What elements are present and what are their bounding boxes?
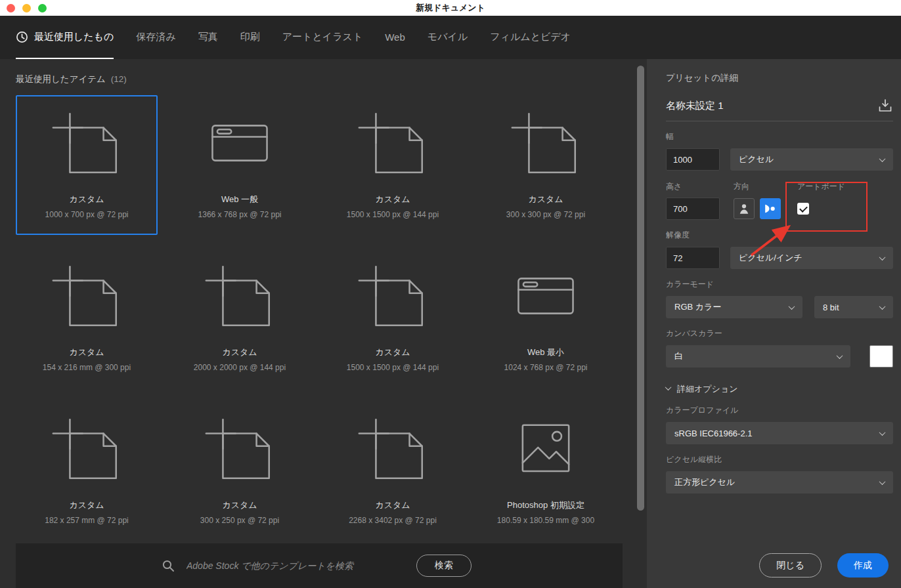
preset-name: カスタム [375, 346, 410, 358]
advanced-options-label: 詳細オプション [677, 383, 738, 395]
search-input[interactable] [185, 560, 416, 572]
preset-name: カスタム [222, 346, 257, 358]
artboard-label: アートボード [797, 181, 893, 192]
presets-area: 最近使用したアイテム (12) カスタム 1000 x 700 px @ 72 … [0, 59, 647, 588]
preset-thumbnail [476, 96, 615, 190]
orientation-portrait-button[interactable] [734, 198, 755, 219]
document-icon [356, 111, 429, 175]
height-input[interactable] [666, 198, 720, 220]
pixel-aspect-dropdown[interactable]: 正方形ピクセル [666, 471, 893, 494]
tab-label: 保存済み [136, 31, 175, 43]
tab-label: 写真 [198, 31, 218, 43]
preset-thumbnail [476, 402, 615, 495]
traffic-lights [7, 0, 47, 16]
color-profile-value: sRGB IEC61966-2.1 [674, 429, 753, 438]
tab-label: 最近使用したもの [34, 31, 114, 43]
tab-保存済み[interactable]: 保存済み [136, 16, 175, 59]
tab-印刷[interactable]: 印刷 [240, 16, 260, 59]
color-profile-dropdown[interactable]: sRGB IEC61966-2.1 [666, 422, 893, 444]
tab-label: アートとイラスト [282, 31, 363, 43]
height-label: 高さ [666, 181, 720, 192]
tab-アートとイラスト[interactable]: アートとイラスト [282, 16, 363, 59]
chevron-down-icon [879, 429, 886, 436]
preset-card[interactable]: カスタム 1000 x 700 px @ 72 ppi [16, 95, 158, 235]
preset-dims: 1500 x 1500 px @ 144 ppi [347, 210, 439, 219]
tab-Web[interactable]: Web [385, 16, 405, 59]
close-button[interactable]: 閉じる [759, 553, 822, 578]
preset-card[interactable]: カスタム 1500 x 1500 px @ 144 ppi [322, 95, 464, 235]
preset-name: Photoshop 初期設定 [507, 499, 584, 511]
portrait-person-icon [737, 201, 751, 216]
bit-depth-value: 8 bit [823, 303, 839, 312]
width-unit-value: ピクセル [739, 154, 774, 165]
minimize-window-icon[interactable] [22, 4, 31, 12]
preset-grid: カスタム 1000 x 700 px @ 72 ppi Web 一般 1366 … [0, 95, 647, 541]
bit-depth-dropdown[interactable]: 8 bit [814, 296, 893, 318]
canvas-color-value: 白 [674, 350, 683, 362]
width-input[interactable] [666, 148, 720, 171]
preset-dims: 1000 x 700 px @ 72 ppi [45, 210, 129, 219]
resolution-label: 解像度 [666, 230, 893, 241]
canvas-color-dropdown[interactable]: 白 [666, 345, 850, 368]
landscape-person-icon [763, 201, 778, 216]
advanced-options-toggle[interactable]: 詳細オプション [666, 383, 893, 395]
width-label: 幅 [666, 131, 893, 142]
resolution-input[interactable] [666, 247, 720, 269]
preset-dims: 154 x 216 mm @ 300 ppi [43, 363, 131, 372]
tab-写真[interactable]: 写真 [198, 16, 218, 59]
preset-card[interactable]: Web 最小 1024 x 768 px @ 72 ppi [475, 248, 617, 388]
preset-thumbnail [170, 96, 309, 190]
preset-card[interactable]: カスタム 2000 x 2000 px @ 144 ppi [169, 248, 311, 388]
tab-モバイル[interactable]: モバイル [428, 16, 468, 59]
chevron-down-icon [879, 478, 886, 485]
preset-card[interactable]: カスタム 2268 x 3402 px @ 72 ppi [322, 401, 464, 541]
preset-name: Web 最小 [527, 346, 564, 358]
document-name-field[interactable]: 名称未設定 1 [666, 98, 893, 121]
preset-thumbnail [323, 402, 462, 495]
panel-title: プリセットの詳細 [666, 72, 893, 84]
search-button[interactable]: 検索 [416, 555, 472, 577]
preset-thumbnail [323, 249, 462, 343]
section-count: (12) [111, 74, 127, 84]
resolution-unit-value: ピクセル/インチ [739, 252, 802, 264]
width-unit-dropdown[interactable]: ピクセル [730, 148, 893, 171]
scrollbar[interactable] [637, 64, 644, 570]
orientation-landscape-button[interactable] [760, 198, 781, 219]
preset-card[interactable]: カスタム 300 x 250 px @ 72 ppi [169, 401, 311, 541]
zoom-window-icon[interactable] [38, 4, 47, 12]
color-mode-dropdown[interactable]: RGB カラー [666, 296, 802, 318]
chevron-down-icon [665, 384, 672, 390]
preset-card[interactable]: カスタム 300 x 300 px @ 72 ppi [475, 95, 617, 235]
chevron-down-icon [879, 254, 886, 261]
preset-thumbnail [17, 249, 156, 343]
preset-card[interactable]: カスタム 1500 x 1500 px @ 144 ppi [322, 248, 464, 388]
section-title-text: 最近使用したアイテム [16, 74, 106, 84]
preset-card[interactable]: Web 一般 1366 x 768 px @ 72 ppi [169, 95, 311, 235]
orientation-group [734, 198, 783, 219]
create-button[interactable]: 作成 [837, 553, 889, 578]
document-name[interactable]: 名称未設定 1 [666, 100, 724, 112]
preset-dims: 1500 x 1500 px @ 144 ppi [347, 363, 439, 372]
preset-card[interactable]: カスタム 182 x 257 mm @ 72 ppi [16, 401, 158, 541]
preset-card[interactable]: Photoshop 初期設定 180.59 x 180.59 mm @ 300 [475, 401, 617, 541]
document-icon [203, 264, 276, 328]
save-preset-icon[interactable] [877, 98, 893, 113]
tab-label: Web [385, 32, 405, 43]
preset-name: カスタム [69, 346, 104, 358]
resolution-unit-dropdown[interactable]: ピクセル/インチ [730, 247, 893, 269]
preset-dims: 2000 x 2000 px @ 144 ppi [194, 363, 286, 372]
tab-フィルムとビデオ[interactable]: フィルムとビデオ [490, 16, 571, 59]
preset-dims: 300 x 250 px @ 72 ppi [200, 516, 279, 525]
close-window-icon[interactable] [7, 4, 15, 12]
scrollbar-thumb[interactable] [637, 66, 644, 511]
tab-最近使用したもの[interactable]: 最近使用したもの [16, 16, 114, 59]
pixel-aspect-value: 正方形ピクセル [674, 476, 735, 488]
document-icon [509, 111, 582, 175]
document-icon [50, 264, 123, 328]
preset-thumbnail [17, 402, 156, 495]
preset-dims: 2268 x 3402 px @ 72 ppi [349, 516, 437, 525]
artboard-checkbox[interactable] [797, 203, 809, 215]
canvas-color-swatch[interactable] [869, 345, 893, 368]
preset-card[interactable]: カスタム 154 x 216 mm @ 300 ppi [16, 248, 158, 388]
color-mode-label: カラーモード [666, 279, 893, 290]
